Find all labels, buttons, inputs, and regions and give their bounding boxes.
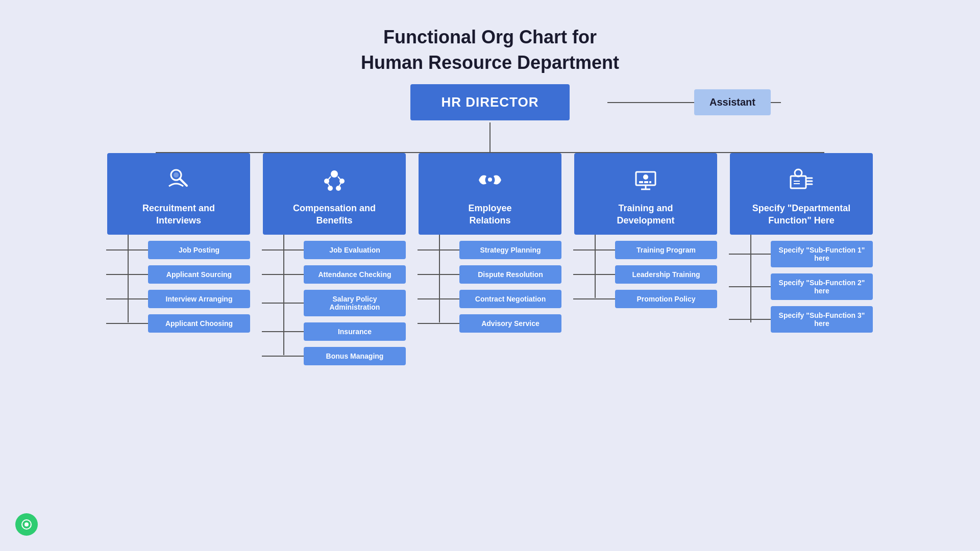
specify-icon [788,166,815,198]
dept-box-specify: Specify "DepartmentalFunction" Here [730,153,873,235]
main-vline [489,122,491,153]
dept-column-employee-relations: EmployeeRelations Strategy Planning Disp… [419,153,561,365]
sub-item-subfunction2: Specify "Sub-Function 2" here [771,273,873,300]
sub-item-interview-arranging: Interview Arranging [148,290,250,308]
compensation-subitems: Job Evaluation Attendance Checking Salar… [263,235,406,365]
svg-rect-19 [649,181,651,183]
sub-item-strategy: Strategy Planning [459,241,561,259]
director-box: HR DIRECTOR [410,84,569,120]
svg-line-11 [339,183,341,186]
sub-item-advisory: Advisory Service [459,314,561,333]
employee-relations-subitems: Strategy Planning Dispute Resolution Con… [419,235,561,333]
sub-item-training-program: Training Program [615,241,717,259]
svg-point-16 [643,174,648,180]
org-chart: HR DIRECTOR Assistant [0,82,980,365]
svg-rect-17 [639,181,643,183]
sub-item-promotion: Promotion Policy [615,290,717,308]
dept-box-recruitment: Recruitment andInterviews [107,153,250,235]
sub-item-subfunction1: Specify "Sub-Function 1" here [771,241,873,267]
recruitment-subitems: Job Posting Applicant Sourcing Interview… [107,235,250,333]
sub-item-job-posting: Job Posting [148,241,250,259]
employee-relations-icon [476,166,504,198]
svg-point-6 [328,186,333,191]
svg-rect-20 [791,176,806,188]
sub-item-contract: Contract Negotiation [459,290,561,308]
dept-column-specify: Specify "DepartmentalFunction" Here Spec… [730,153,873,365]
sub-item-applicant-sourcing: Applicant Sourcing [148,265,250,284]
sub-item-salary-policy: Salary Policy Administration [304,290,406,316]
sub-item-job-evaluation: Job Evaluation [304,241,406,259]
bottom-icon[interactable] [15,513,38,536]
top-row: HR DIRECTOR Assistant [107,82,873,122]
columns-row: Recruitment andInterviews Job Posting Ap… [107,122,873,365]
sub-item-leadership: Leadership Training [615,265,717,284]
sub-item-subfunction3: Specify "Sub-Function 3" here [771,306,873,333]
dept-column-training: Training andDevelopment Training Program… [574,153,717,365]
recruitment-icon [165,166,192,198]
recruitment-label: Recruitment andInterviews [142,203,215,227]
training-subitems: Training Program Leadership Training Pro… [574,235,717,308]
dept-box-compensation: Compensation andBenefits [263,153,406,235]
compensation-label: Compensation andBenefits [293,203,376,227]
sub-item-applicant-choosing: Applicant Choosing [148,314,250,333]
training-label: Training andDevelopment [617,203,674,227]
sub-item-attendance: Attendance Checking [304,265,406,284]
specify-label: Specify "DepartmentalFunction" Here [752,203,851,227]
svg-point-3 [331,170,338,178]
dept-column-recruitment: Recruitment andInterviews Job Posting Ap… [107,153,250,365]
specify-subitems: Specify "Sub-Function 1" here Specify "S… [730,235,873,333]
training-icon [632,166,659,198]
compensation-icon [321,166,348,198]
svg-line-8 [328,177,331,180]
columns-section: Recruitment andInterviews Job Posting Ap… [107,122,873,365]
dept-box-employee-relations: EmployeeRelations [419,153,561,235]
svg-line-9 [338,177,340,180]
dept-column-compensation: Compensation andBenefits Job Evaluation … [263,153,406,365]
sub-item-dispute: Dispute Resolution [459,265,561,284]
svg-point-2 [174,172,179,178]
page-title: Functional Org Chart for Human Resource … [0,0,980,76]
svg-line-10 [328,183,330,186]
svg-point-28 [24,522,29,527]
svg-point-12 [488,178,492,182]
dept-box-training: Training andDevelopment [574,153,717,235]
assistant-box: Assistant [694,89,771,115]
svg-point-7 [336,186,341,191]
employee-relations-label: EmployeeRelations [468,203,511,227]
sub-item-insurance: Insurance [304,322,406,341]
sub-item-bonus: Bonus Managing [304,347,406,365]
svg-rect-18 [644,181,648,183]
